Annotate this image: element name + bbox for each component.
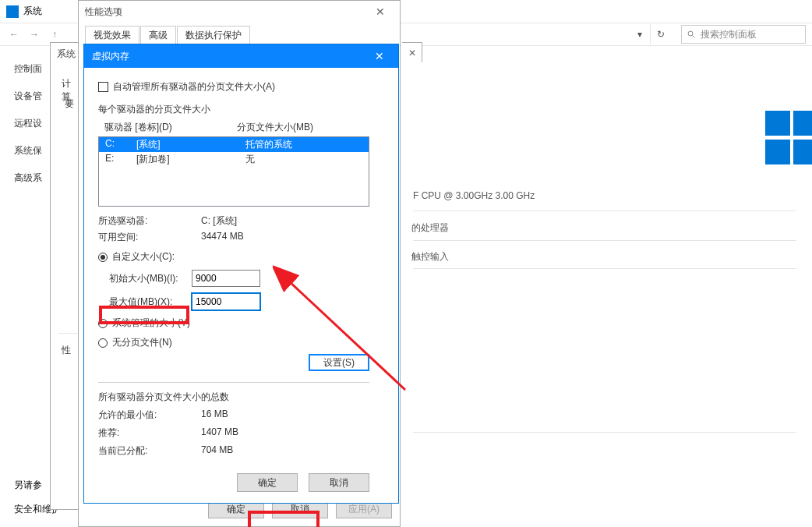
- sidebar-item[interactable]: 设备管: [14, 90, 42, 103]
- tab-dep[interactable]: 数据执行保护: [177, 26, 250, 44]
- refresh-icon[interactable]: ↻: [650, 24, 670, 44]
- radio-label: 无分页文件(N): [112, 336, 172, 349]
- drive-list-header: 驱动器 [卷标](D) 分页文件大小(MB): [98, 121, 384, 134]
- sidebar-item[interactable]: 高级系: [14, 172, 42, 185]
- svg-line-1: [693, 36, 695, 38]
- search-icon: [687, 30, 696, 39]
- sidebar: 控制面 设备管 远程设 系统保 高级系: [14, 62, 42, 185]
- separator: [413, 432, 796, 433]
- section-label: 每个驱动器的分页文件大小: [98, 103, 384, 116]
- close-icon[interactable]: ✕: [402, 42, 422, 62]
- virtual-memory-dialog: 虚拟内存 ✕ 自动管理所有驱动器的分页文件大小(A) 每个驱动器的分页文件大小 …: [83, 44, 399, 504]
- label: 性: [62, 344, 71, 357]
- label: 推荐:: [98, 426, 201, 440]
- close-icon[interactable]: ✕: [367, 5, 394, 18]
- sidebar-item[interactable]: 系统保: [14, 144, 42, 157]
- tabstrip: 视觉效果 高级 数据执行保护: [85, 26, 394, 44]
- touch-text: 触控输入: [411, 250, 449, 264]
- close-icon[interactable]: ✕: [364, 45, 395, 67]
- chevron-down-icon[interactable]: ▾: [637, 29, 642, 40]
- initial-size-input[interactable]: [192, 270, 260, 287]
- separator: [58, 333, 78, 334]
- system-properties-dialog: 系统 计算 要 性: [50, 42, 78, 510]
- radio-icon: [98, 253, 108, 262]
- dialog-title: 虚拟内存: [92, 50, 129, 63]
- processor-text: 的处理器: [411, 221, 449, 235]
- radio-system-managed[interactable]: 系统管理的大小(Y): [98, 317, 384, 330]
- checkbox-icon: [98, 82, 108, 92]
- selected-drive: 所选驱动器: C: [系统]: [98, 214, 384, 228]
- system-icon: [6, 5, 19, 18]
- dialog-title: 系统: [51, 43, 78, 65]
- checkbox-label: 自动管理所有驱动器的分页文件大小(A): [113, 80, 275, 94]
- drive-row[interactable]: C: [系统] 托管的系统: [99, 137, 369, 152]
- value: 16 MB: [201, 409, 228, 422]
- windows-logo-icon: [765, 111, 812, 165]
- drive-label: [系统]: [136, 138, 245, 151]
- forward-icon[interactable]: →: [26, 29, 42, 40]
- value: 704 MB: [201, 444, 233, 458]
- auto-manage-checkbox[interactable]: 自动管理所有驱动器的分页文件大小(A): [98, 80, 384, 94]
- radio-label: 自定义大小(C):: [112, 250, 175, 264]
- up-icon[interactable]: ↑: [47, 29, 62, 40]
- separator: [413, 240, 796, 241]
- drive-label: [新加卷]: [136, 153, 245, 166]
- value: 1407 MB: [201, 426, 238, 440]
- separator: [98, 382, 369, 383]
- col-drive: 驱动器 [卷标](D): [104, 121, 237, 134]
- tab-advanced[interactable]: 高级: [140, 26, 176, 44]
- cancel-button[interactable]: 取消: [309, 473, 369, 492]
- radio-icon: [98, 319, 108, 328]
- search-placeholder: 搜索控制面板: [701, 28, 757, 41]
- free-space: 可用空间: 34474 MB: [98, 231, 384, 244]
- svg-point-0: [688, 31, 693, 36]
- back-icon[interactable]: ←: [6, 29, 22, 40]
- radio-icon: [98, 338, 108, 348]
- cpu-text: F CPU @ 3.00GHz 3.00 GHz: [413, 190, 535, 201]
- max-size-input[interactable]: [192, 293, 260, 310]
- drive-row[interactable]: E: [新加卷] 无: [99, 152, 369, 167]
- label: 允许的最小值:: [98, 409, 201, 422]
- radio-custom-size[interactable]: 自定义大小(C):: [98, 250, 384, 264]
- radio-no-paging[interactable]: 无分页文件(N): [98, 336, 384, 349]
- sidebar-item[interactable]: 控制面: [14, 62, 42, 76]
- value: C: [系统]: [201, 214, 237, 228]
- search-input[interactable]: 搜索控制面板: [681, 25, 806, 44]
- max-size-label: 最大值(MB)(X):: [98, 295, 192, 309]
- set-button[interactable]: 设置(S): [309, 354, 369, 371]
- value: 34474 MB: [201, 231, 244, 244]
- radio-label: 系统管理的大小(Y): [112, 317, 190, 330]
- label: 要: [65, 97, 74, 111]
- sidebar-item[interactable]: 远程设: [14, 117, 42, 130]
- label: 可用空间:: [98, 231, 201, 244]
- label: 当前已分配:: [98, 444, 201, 458]
- drive-size: 托管的系统: [245, 138, 292, 151]
- window-title: 系统: [23, 5, 42, 18]
- drive-letter: C:: [105, 138, 136, 151]
- drive-letter: E:: [105, 153, 136, 166]
- col-size: 分页文件大小(MB): [237, 121, 313, 134]
- separator: [413, 210, 796, 211]
- ok-button[interactable]: 确定: [237, 473, 298, 492]
- label: 所选驱动器:: [98, 214, 201, 228]
- drive-list[interactable]: C: [系统] 托管的系统 E: [新加卷] 无: [98, 136, 369, 207]
- totals-label: 所有驱动器分页文件大小的总数: [98, 391, 384, 404]
- initial-size-label: 初始大小(MB)(I):: [98, 272, 192, 285]
- dialog-title: 性能选项: [85, 5, 122, 19]
- separator: [413, 268, 796, 269]
- tab-visual[interactable]: 视觉效果: [85, 26, 139, 44]
- drive-size: 无: [245, 153, 255, 166]
